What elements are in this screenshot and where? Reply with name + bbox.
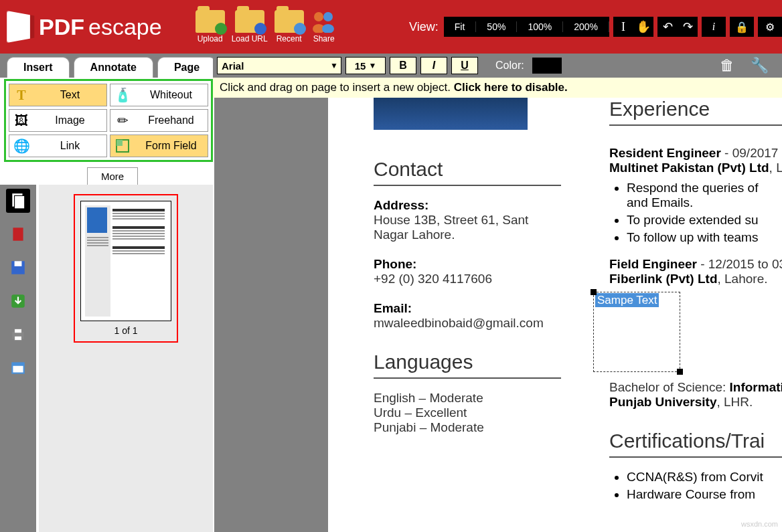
tool-text[interactable]: T Text [9,84,107,106]
doc-red-icon[interactable] [6,222,30,246]
experience-heading: Experience [609,98,782,126]
font-select[interactable]: Arial [217,57,341,74]
resume-photo [374,98,528,130]
svg-point-3 [322,24,334,33]
header-actions: Upload Load URL Recent Share [196,10,337,43]
tab-annotate[interactable]: Annotate [74,57,153,78]
color-picker[interactable] [532,58,562,74]
side-toolbar [0,185,36,532]
image-icon: 🖼 [9,113,33,128]
tool-link[interactable]: 🌐 Link [9,135,107,157]
insert-tools: T Text 🧴 Whiteout 🖼 Image ✏ Freehand 🌐 L… [4,79,213,162]
hand-cursor-icon[interactable]: ✋ [633,19,653,34]
address-label: Address: [374,198,561,213]
phone-value: +92 (0) 320 4117606 [374,272,561,286]
phone-label: Phone: [374,257,561,272]
tab-page[interactable]: Page [157,57,216,78]
wrench-icon[interactable]: 🔧 [747,57,771,74]
tool-freehand[interactable]: ✏ Freehand [110,109,208,132]
disable-link[interactable]: Click here to disable. [454,81,568,94]
font-size-select[interactable]: 15 [345,57,386,74]
download-icon[interactable] [6,289,30,313]
svg-rect-14 [15,336,22,341]
svg-rect-5 [116,140,123,146]
contact-heading: Contact [374,158,561,186]
tool-image[interactable]: 🖼 Image [9,109,107,132]
save-icon[interactable] [6,256,30,280]
load-url-button[interactable]: Load URL [232,10,268,43]
print-icon[interactable] [6,323,30,347]
tool-whiteout[interactable]: 🧴 Whiteout [110,84,208,106]
text-cursor-icon[interactable]: I [613,20,633,34]
thumbnail-selection: 1 of 1 [74,194,178,343]
page-thumbnail[interactable] [80,201,171,321]
zoom-controls: Fit 50% 100% 200% [444,17,609,37]
svg-rect-7 [15,195,25,209]
whiteout-icon: 🧴 [110,87,135,103]
gear-icon[interactable]: ⚙ [758,17,782,37]
upload-button[interactable]: Upload [196,10,225,43]
svg-point-1 [323,12,333,21]
lock-icon[interactable]: 🔒 [730,17,754,37]
format-bar: Arial 15 B I U Color: 🗑 🔧 [213,54,782,78]
app-logo: PDFescape [8,13,162,40]
info-icon[interactable]: i [702,17,726,37]
hint-bar: Click and drag on page to insert a new o… [213,78,782,98]
globe-icon: 🌐 [9,138,33,154]
svg-rect-8 [13,228,23,241]
logo-icon [7,11,31,43]
page-indicator: 1 of 1 [80,321,171,336]
undo-icon[interactable]: ↶ [657,19,678,34]
pencil-icon: ✏ [110,112,135,128]
email-label: Email: [374,301,561,316]
bold-button[interactable]: B [390,57,416,74]
zoom-100[interactable]: 100% [517,21,563,32]
app-header: PDFescape Upload Load URL Recent Share V… [0,0,782,54]
tool-form-field[interactable]: Form Field [110,135,208,157]
address-value: House 13B, Street 61, Sant [374,213,561,228]
document-area[interactable]: Contact Address: House 13B, Street 61, S… [214,98,782,532]
thumbnail-panel: 1 of 1 [39,185,213,532]
svg-point-0 [314,12,323,21]
text-object-selected[interactable]: Sampe Text [593,292,680,372]
email-value: mwaleedbinobaid@gmail.com [374,316,561,331]
form-icon [110,139,135,153]
pages-icon[interactable] [6,189,30,213]
svg-rect-13 [15,329,22,333]
languages-heading: Languages [374,351,561,379]
page-content: Contact Address: House 13B, Street 61, S… [328,98,782,532]
zoom-fit[interactable]: Fit [444,21,477,32]
zoom-50[interactable]: 50% [476,21,517,32]
more-button[interactable]: More [87,167,138,185]
corner-text: wsxdn.com [741,520,778,528]
text-t-icon: T [9,88,33,103]
tab-insert[interactable]: Insert [7,57,70,78]
redo-icon[interactable]: ↷ [678,19,698,34]
share-button[interactable]: Share [311,10,337,43]
window-icon[interactable] [6,356,30,380]
zoom-200[interactable]: 200% [563,21,609,32]
view-label: View: [409,20,439,34]
svg-rect-10 [15,261,22,266]
color-label: Color: [495,60,524,72]
people-icon [311,10,337,33]
recent-button[interactable]: Recent [275,10,304,43]
italic-button[interactable]: I [420,57,447,74]
underline-button[interactable]: U [451,57,478,74]
certifications-heading: Certifications/Trai [609,430,782,458]
svg-rect-16 [12,363,23,365]
trash-icon[interactable]: 🗑 [715,57,739,74]
